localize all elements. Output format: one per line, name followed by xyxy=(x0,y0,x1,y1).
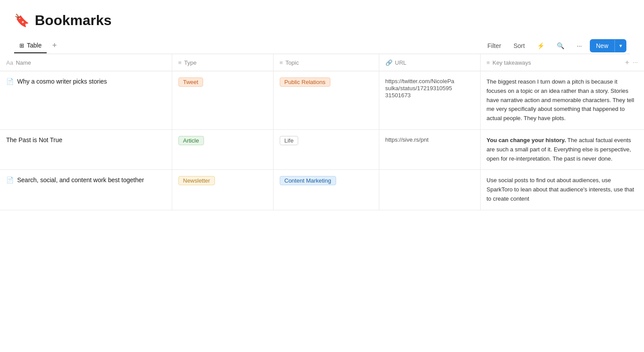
row2-takeaway-cell: You can change your history. The actual … xyxy=(480,129,644,169)
bookmark-app-icon: 🔖 xyxy=(14,13,30,28)
add-tab-button[interactable]: + xyxy=(50,37,59,54)
more-options-button[interactable]: ··· xyxy=(572,40,586,52)
col-actions: + ··· xyxy=(625,59,638,66)
name-col-label: Name xyxy=(16,59,31,66)
col-header-takeaways: ≡ Key takeaways + ··· xyxy=(480,54,644,71)
topic-col-icon: ≡ xyxy=(280,59,283,66)
tab-table-label: Table xyxy=(27,42,41,49)
takeaways-col-icon: ≡ xyxy=(487,59,490,66)
search-button[interactable]: 🔍 xyxy=(552,40,569,52)
new-button[interactable]: New ▾ xyxy=(590,39,626,52)
row3-type-badge[interactable]: Newsletter xyxy=(178,176,215,185)
page-title: Bookmarks xyxy=(35,12,111,29)
row1-name-cell[interactable]: 📄 Why a cosmo writer picks stories xyxy=(0,71,172,130)
table-tab-icon: ⊞ xyxy=(19,42,24,49)
row1-topic-badge[interactable]: Public Relations xyxy=(280,77,330,87)
filter-button[interactable]: Filter xyxy=(483,40,506,52)
table-row: 📄 Why a cosmo writer picks stories Tweet… xyxy=(0,71,644,130)
tab-right: Filter Sort ⚡ 🔍 ··· New ▾ xyxy=(483,39,630,52)
row2-url-text[interactable]: https://sive.rs/pnt xyxy=(385,136,429,143)
row2-name-cell[interactable]: The Past is Not True xyxy=(0,129,172,169)
row1-url-cell: https://twitter.com/NicolePasulka/status… xyxy=(379,71,480,130)
row2-topic-badge[interactable]: Life xyxy=(280,136,299,145)
col-header-topic: ≡ Topic xyxy=(273,54,379,71)
table-header-row: Aa Name ≡ Type ≡ Topic xyxy=(0,54,644,71)
tab-left: ⊞ Table + xyxy=(14,37,59,54)
title-row: 🔖 Bookmarks xyxy=(14,12,630,29)
row1-takeaway-cell: The biggest reason I turn down a pitch i… xyxy=(480,71,644,130)
lightning-icon: ⚡ xyxy=(537,42,544,49)
table-row: The Past is Not True Article Life https:… xyxy=(0,129,644,169)
table-container: Aa Name ≡ Type ≡ Topic xyxy=(0,54,644,352)
sort-button[interactable]: Sort xyxy=(509,40,529,52)
row3-topic-badge[interactable]: Content Marketing xyxy=(280,176,336,185)
table-row: 📄 Search, social, and content work best … xyxy=(0,170,644,210)
row2-type-badge[interactable]: Article xyxy=(178,136,204,145)
row1-type-cell: Tweet xyxy=(172,71,273,130)
header: 🔖 Bookmarks ⊞ Table + Filter Sort ⚡ xyxy=(0,0,644,54)
lightning-button[interactable]: ⚡ xyxy=(533,40,549,52)
url-col-icon: 🔗 xyxy=(385,59,392,66)
type-col-icon: ≡ xyxy=(178,59,182,66)
row3-doc-icon: 📄 xyxy=(6,176,14,183)
more-icon: ··· xyxy=(577,42,582,49)
row3-name-cell[interactable]: 📄 Search, social, and content work best … xyxy=(0,170,172,210)
col-more-button[interactable]: ··· xyxy=(633,59,638,66)
bookmarks-table: Aa Name ≡ Type ≡ Topic xyxy=(0,54,644,210)
row2-type-cell: Article xyxy=(172,129,273,169)
row2-topic-cell: Life xyxy=(273,129,379,169)
row1-topic-cell: Public Relations xyxy=(273,71,379,130)
row3-url-cell xyxy=(379,170,480,210)
row3-takeaway-cell: Use social posts to find out about audie… xyxy=(480,170,644,210)
search-icon: 🔍 xyxy=(557,42,564,49)
tab-bar: ⊞ Table + Filter Sort ⚡ 🔍 · xyxy=(14,37,630,54)
col-header-name: Aa Name xyxy=(0,54,172,71)
row1-type-badge[interactable]: Tweet xyxy=(178,77,204,87)
col-header-type: ≡ Type xyxy=(172,54,273,71)
new-button-arrow[interactable]: ▾ xyxy=(614,40,626,52)
name-col-icon: Aa xyxy=(6,59,13,66)
topic-col-label: Topic xyxy=(285,59,299,66)
row2-url-cell: https://sive.rs/pnt xyxy=(379,129,480,169)
row3-takeaway-text: Use social posts to find out about audie… xyxy=(487,177,634,202)
url-col-label: URL xyxy=(395,59,407,66)
col-header-url: 🔗 URL xyxy=(379,54,480,71)
new-button-label[interactable]: New xyxy=(590,39,614,52)
row3-topic-cell: Content Marketing xyxy=(273,170,379,210)
row1-doc-icon: 📄 xyxy=(6,78,14,85)
type-col-label: Type xyxy=(184,59,196,66)
add-column-button[interactable]: + xyxy=(625,59,629,66)
row3-type-cell: Newsletter xyxy=(172,170,273,210)
row1-name-text: Why a cosmo writer picks stories xyxy=(17,77,107,86)
takeaways-col-label: Key takeaways xyxy=(492,59,531,66)
app-container: 🔖 Bookmarks ⊞ Table + Filter Sort ⚡ xyxy=(0,0,644,352)
row1-takeaway-text: The biggest reason I turn down a pitch i… xyxy=(487,78,634,121)
tab-table[interactable]: ⊞ Table xyxy=(14,38,47,53)
row2-takeaway-text: You can change your history. The actual … xyxy=(487,137,631,162)
row2-name-text: The Past is Not True xyxy=(6,136,63,145)
row3-name-text: Search, social, and content work best to… xyxy=(17,176,144,185)
row1-url-text[interactable]: https://twitter.com/NicolePasulka/status… xyxy=(385,78,455,99)
filter-label: Filter xyxy=(488,42,501,49)
sort-label: Sort xyxy=(514,42,525,49)
